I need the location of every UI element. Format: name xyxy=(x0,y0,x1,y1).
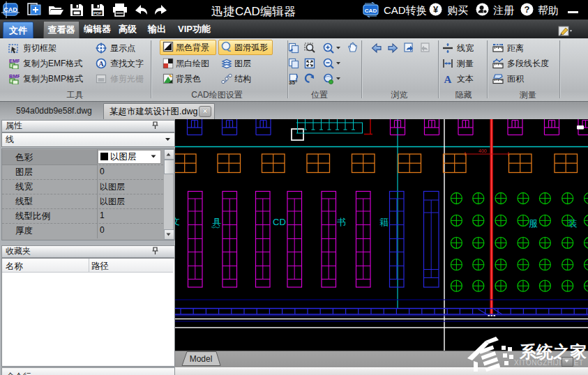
svg-text:文: 文 xyxy=(175,216,180,227)
svg-text:A: A xyxy=(444,74,452,84)
svg-text:CD: CD xyxy=(273,217,286,227)
svg-text:籍: 籍 xyxy=(379,217,389,227)
svg-text:Model: Model xyxy=(190,354,213,364)
svg-text:PDF: PDF xyxy=(93,11,102,15)
svg-text:A: A xyxy=(98,60,104,68)
svg-text:¥: ¥ xyxy=(433,4,439,15)
svg-text:书: 书 xyxy=(337,217,346,227)
svg-text:400: 400 xyxy=(478,148,487,153)
svg-text:具: 具 xyxy=(213,217,222,227)
svg-text:服: 服 xyxy=(529,218,538,229)
svg-text:35°: 35° xyxy=(289,79,297,85)
svg-text:CAD: CAD xyxy=(3,6,17,13)
svg-text:CAD: CAD xyxy=(365,8,377,14)
svg-text:?: ? xyxy=(525,4,530,15)
